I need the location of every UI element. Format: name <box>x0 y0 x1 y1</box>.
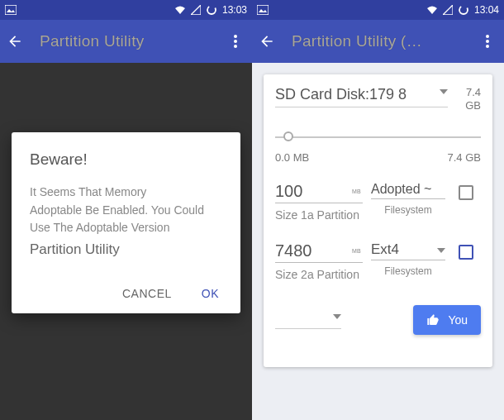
loading-icon <box>206 4 217 16</box>
dialog-line: Partition Utility <box>30 239 222 260</box>
go-button-label: You <box>448 313 468 327</box>
go-button[interactable]: You <box>413 305 481 335</box>
more-button[interactable] <box>226 35 245 48</box>
disk-select[interactable]: SD Card Disk:179 8 <box>275 86 448 107</box>
wifi-icon <box>426 5 438 15</box>
disk-size: 7.4 GB <box>448 86 481 112</box>
status-bar: 13:03 <box>0 0 252 20</box>
partition-1-row: 100 MB Size 1a Partition Adopted ~ Files… <box>275 182 481 223</box>
fs-2-select[interactable]: Ext4 <box>371 241 445 260</box>
dialog-title: Beware! <box>30 150 222 169</box>
size-2-input[interactable]: 7480 MB <box>275 241 363 263</box>
partition-card: SD Card Disk:179 8 7.4 GB 0.0 MB 7.4 GB … <box>264 74 492 367</box>
chevron-down-icon <box>440 89 448 94</box>
partition-2-checkbox[interactable] <box>459 245 473 260</box>
svg-point-7 <box>486 35 489 38</box>
size-1-value: 100 <box>275 182 302 200</box>
svg-point-9 <box>486 45 489 48</box>
fs-1-label: Filesystem <box>371 204 445 216</box>
partition-1-checkbox[interactable] <box>459 185 473 200</box>
picture-icon <box>5 5 17 15</box>
signal-icon <box>443 5 453 15</box>
app-bar: Partition Utility <box>0 20 252 63</box>
chevron-down-icon <box>437 248 445 253</box>
app-bar: Partition Utility (… <box>252 20 504 63</box>
size-1-label: Size 1a Partition <box>275 208 363 223</box>
picture-icon <box>257 5 269 15</box>
size-1-input[interactable]: 100 MB <box>275 182 363 203</box>
svg-point-2 <box>234 35 237 38</box>
slider-max: 7.4 GB <box>448 151 481 164</box>
svg-point-6 <box>459 6 468 14</box>
svg-rect-0 <box>5 5 17 15</box>
svg-point-4 <box>234 45 237 48</box>
disk-size-value: 7.4 <box>451 86 481 99</box>
app-title: Partition Utility <box>40 32 226 50</box>
cancel-button[interactable]: CANCEL <box>119 282 175 305</box>
screen-dialog: 13:03 Partition Utility Beware! It Seems… <box>0 0 252 420</box>
fs-2-value: Ext4 <box>371 241 399 257</box>
svg-point-8 <box>486 40 489 43</box>
fs-1-value: Adopted ~ <box>371 182 431 196</box>
slider-thumb[interactable] <box>283 131 293 141</box>
size-2-unit: MB <box>352 248 361 254</box>
status-time: 13:03 <box>222 4 247 16</box>
svg-rect-5 <box>257 5 269 15</box>
partition-2-row: 7480 MB Size 2a Partition Ext4 Filesyste… <box>275 241 481 283</box>
more-button[interactable] <box>478 35 497 48</box>
app-title: Partition Utility (… <box>292 32 478 50</box>
loading-icon <box>458 4 469 16</box>
signal-icon <box>191 5 201 15</box>
dialog-line: Adoptable Be Enabled. You Could <box>30 202 222 220</box>
disk-size-unit: GB <box>451 99 481 112</box>
size-2-label: Size 2a Partition <box>275 268 363 283</box>
chevron-down-icon <box>333 314 341 319</box>
extra-select[interactable] <box>275 311 341 329</box>
disk-label: SD Card Disk:179 8 <box>275 86 407 103</box>
dialog-body: It Seems That Memory Adoptable Be Enable… <box>30 184 222 260</box>
size-1-unit: MB <box>352 189 361 194</box>
back-button[interactable] <box>7 31 26 51</box>
wifi-icon <box>174 5 186 15</box>
back-button[interactable] <box>259 31 278 51</box>
fs-2-label: Filesystem <box>371 265 445 277</box>
screen-partition: 13:04 Partition Utility (… SD Card Disk:… <box>252 0 504 420</box>
beware-dialog: Beware! It Seems That Memory Adoptable B… <box>12 132 240 313</box>
svg-point-1 <box>207 6 216 14</box>
status-bar: 13:04 <box>252 0 504 20</box>
slider-min: 0.0 MB <box>275 151 309 164</box>
size-2-value: 7480 <box>275 241 312 260</box>
dialog-line: Use The Adoptable Version <box>30 219 222 237</box>
svg-point-3 <box>234 40 237 43</box>
dialog-line: It Seems That Memory <box>30 184 222 202</box>
size-slider[interactable] <box>275 130 481 145</box>
status-time: 13:04 <box>474 4 499 16</box>
fs-1-select[interactable]: Adopted ~ <box>371 182 445 199</box>
thumbs-up-icon <box>426 313 440 327</box>
ok-button[interactable]: OK <box>198 282 222 305</box>
